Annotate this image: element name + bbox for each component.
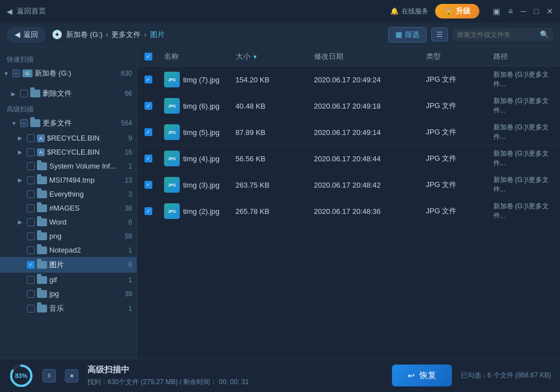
sidebar-item-everything[interactable]: ▶ Everything 3 bbox=[0, 187, 137, 201]
sidebar-item-jpg[interactable]: ▶ jpg 39 bbox=[0, 287, 137, 301]
row-checkbox-cell[interactable]: ✓ bbox=[137, 149, 160, 168]
stop-button[interactable]: ■ bbox=[65, 369, 78, 382]
sidebar-music-count: 1 bbox=[128, 305, 132, 312]
table-row[interactable]: ✓ timg (4).jpg 56.56 KB 2020.06.17 20:48… bbox=[137, 146, 560, 172]
quick-scan-section bbox=[0, 81, 137, 86]
checkbox-pic[interactable]: ✓ bbox=[27, 261, 35, 269]
row-checkbox-cell[interactable]: ✓ bbox=[137, 96, 160, 115]
checkbox-gif[interactable] bbox=[27, 276, 35, 284]
sidebar-item-pictures[interactable]: ▶ ✓ 图片 6 bbox=[0, 257, 137, 273]
row-checkbox[interactable]: ✓ bbox=[144, 181, 152, 189]
expand-deleted-icon[interactable]: ▶ bbox=[11, 91, 18, 97]
folder-png-icon bbox=[37, 232, 47, 240]
expand-icon[interactable]: ▼ bbox=[3, 71, 10, 77]
sidebar-gif-label: gif bbox=[49, 276, 124, 284]
maximize-icon[interactable]: □ bbox=[534, 7, 539, 16]
sidebar-deleted-label: 删除文件 bbox=[43, 88, 120, 99]
breadcrumb-folder[interactable]: 更多文件 bbox=[111, 30, 141, 40]
row-checkbox[interactable]: ✓ bbox=[144, 155, 152, 162]
header-checkbox[interactable]: ✓ bbox=[137, 52, 160, 62]
row-path: 新加卷 (G:)\更多文件... bbox=[489, 123, 561, 142]
table-row[interactable]: ✓ timg (7).jpg 154.20 KB 2020.06.17 20:4… bbox=[137, 67, 560, 93]
sidebar-item-recycle1[interactable]: ▶ A $RECYCLE.BIN 9 bbox=[0, 131, 137, 145]
nav-bar: ◀ 返回 💿 新加卷 (G:) › 更多文件 › 图片 ▦ 筛选 ☰ 🔍 bbox=[0, 22, 560, 47]
header-path: 路径 bbox=[489, 52, 561, 62]
checkbox-drive[interactable]: ─ bbox=[12, 69, 20, 77]
checkbox-ev[interactable] bbox=[27, 190, 35, 198]
main-content: 快速扫描 ▼ ─ G 新加卷 (G:) 630 ▶ 删除文件 66 高级扫描 ▼… bbox=[0, 47, 560, 358]
sidebar-item-recycle2[interactable]: ▶ A $RECYCLE.BIN 16 bbox=[0, 145, 137, 159]
sidebar-pic-label: 图片 bbox=[49, 260, 124, 270]
sidebar-item-notepad2[interactable]: ▶ Notepad2 1 bbox=[0, 243, 137, 257]
expand-msi-icon[interactable]: ▶ bbox=[18, 177, 25, 183]
row-size: 263.75 KB bbox=[231, 175, 310, 194]
list-icon: ☰ bbox=[436, 30, 443, 39]
folder-more-icon bbox=[30, 119, 40, 127]
sidebar-item-word[interactable]: ▶ Word 6 bbox=[0, 215, 137, 229]
expand-r2-icon[interactable]: ▶ bbox=[18, 149, 25, 155]
checkbox-word[interactable] bbox=[27, 218, 35, 226]
checkbox-deleted[interactable] bbox=[20, 90, 28, 97]
restore-button[interactable]: ↩ 恢复 bbox=[392, 365, 452, 386]
sidebar-mages-count: 38 bbox=[125, 204, 132, 212]
checkbox-r2[interactable] bbox=[27, 148, 35, 156]
sidebar-item-music[interactable]: ▶ 音乐 1 bbox=[0, 301, 137, 316]
sidebar-item-sysvolinfo[interactable]: ▶ System Volume Inf... 1 bbox=[0, 159, 137, 173]
checkbox-np2[interactable] bbox=[27, 246, 35, 254]
table-row[interactable]: ✓ timg (2).jpg 265.78 KB 2020.06.17 20:4… bbox=[137, 198, 560, 225]
jpg-file-icon bbox=[164, 151, 180, 166]
checkbox-more[interactable]: ─ bbox=[20, 119, 28, 127]
row-checkbox-cell[interactable]: ✓ bbox=[137, 70, 160, 89]
search-input[interactable] bbox=[457, 31, 536, 39]
table-row[interactable]: ✓ timg (5).jpg 87.89 KB 2020.06.17 20:49… bbox=[137, 119, 560, 146]
row-checkbox[interactable]: ✓ bbox=[144, 207, 152, 215]
window-controls: ▣ ≡ ─ □ ✕ bbox=[493, 7, 553, 16]
sidebar-item-drive[interactable]: ▼ ─ G 新加卷 (G:) 630 bbox=[0, 66, 137, 81]
checkbox-jpg[interactable] bbox=[27, 290, 35, 298]
sidebar-item-msi[interactable]: ▶ MSI7f494.tmp 13 bbox=[0, 173, 137, 187]
sidebar-item-png[interactable]: ▶ png 58 bbox=[0, 229, 137, 243]
header-checkbox-all[interactable]: ✓ bbox=[144, 53, 152, 60]
minimize-icon[interactable]: ─ bbox=[521, 7, 526, 16]
row-checkbox-cell[interactable]: ✓ bbox=[137, 175, 160, 194]
row-checkbox[interactable]: ✓ bbox=[144, 128, 152, 136]
scan-info: 找到：630个文件 (279.27 MB) / 剩余时间： 00: 00: 31 bbox=[87, 377, 383, 387]
copy-icon[interactable]: ▣ bbox=[493, 7, 500, 16]
pause-button[interactable]: ⏸ bbox=[43, 369, 56, 382]
folder-pic-icon bbox=[37, 261, 47, 269]
checkbox-mages[interactable] bbox=[27, 204, 35, 212]
expand-r1-icon[interactable]: ▶ bbox=[18, 135, 25, 141]
sidebar-r1-count: 9 bbox=[128, 134, 132, 142]
table-row[interactable]: ✓ timg (6).jpg 40.48 KB 2020.06.17 20:49… bbox=[137, 93, 560, 119]
online-service[interactable]: 🔔 在线服务 bbox=[390, 7, 428, 16]
row-checkbox[interactable]: ✓ bbox=[144, 102, 152, 110]
expand-word-icon[interactable]: ▶ bbox=[18, 219, 25, 225]
checkbox-r1[interactable] bbox=[27, 134, 35, 142]
sidebar-item-morefiles[interactable]: ▼ ─ 更多文件 564 bbox=[0, 115, 137, 131]
stop-icon: ■ bbox=[70, 372, 73, 379]
checkbox-music[interactable] bbox=[27, 305, 35, 312]
checkbox-sys[interactable] bbox=[27, 162, 35, 170]
row-path: 新加卷 (G:)\更多文件... bbox=[489, 96, 561, 115]
row-checkbox-cell[interactable]: ✓ bbox=[137, 123, 160, 142]
sidebar-item-gif[interactable]: ▶ gif 1 bbox=[0, 273, 137, 287]
table-row[interactable]: ✓ timg (3).jpg 263.75 KB 2020.06.17 20:4… bbox=[137, 172, 560, 198]
checkbox-png[interactable] bbox=[27, 232, 35, 240]
back-home-btn[interactable]: ◀ 返回首页 bbox=[7, 6, 46, 16]
folder-jpg-icon bbox=[37, 290, 47, 298]
sidebar-item-mages[interactable]: ▶ #MAGES 38 bbox=[0, 201, 137, 215]
search-icon[interactable]: 🔍 bbox=[540, 30, 549, 39]
row-checkbox[interactable]: ✓ bbox=[144, 76, 152, 83]
checkbox-msi[interactable] bbox=[27, 176, 35, 184]
filter-button[interactable]: ▦ 筛选 bbox=[388, 27, 427, 43]
upgrade-button[interactable]: 🔒 升级 bbox=[435, 4, 479, 18]
breadcrumb-drive[interactable]: 新加卷 (G:) bbox=[66, 30, 102, 40]
back-button[interactable]: ◀ 返回 bbox=[7, 27, 46, 43]
close-icon[interactable]: ✕ bbox=[547, 7, 553, 16]
list-view-button[interactable]: ☰ bbox=[431, 27, 448, 41]
header-size[interactable]: 大小 ▼ bbox=[231, 52, 310, 62]
sidebar-item-deleted[interactable]: ▶ 删除文件 66 bbox=[0, 86, 137, 101]
menu-icon[interactable]: ≡ bbox=[508, 7, 512, 16]
expand-more-icon[interactable]: ▼ bbox=[11, 120, 18, 127]
row-checkbox-cell[interactable]: ✓ bbox=[137, 202, 160, 221]
